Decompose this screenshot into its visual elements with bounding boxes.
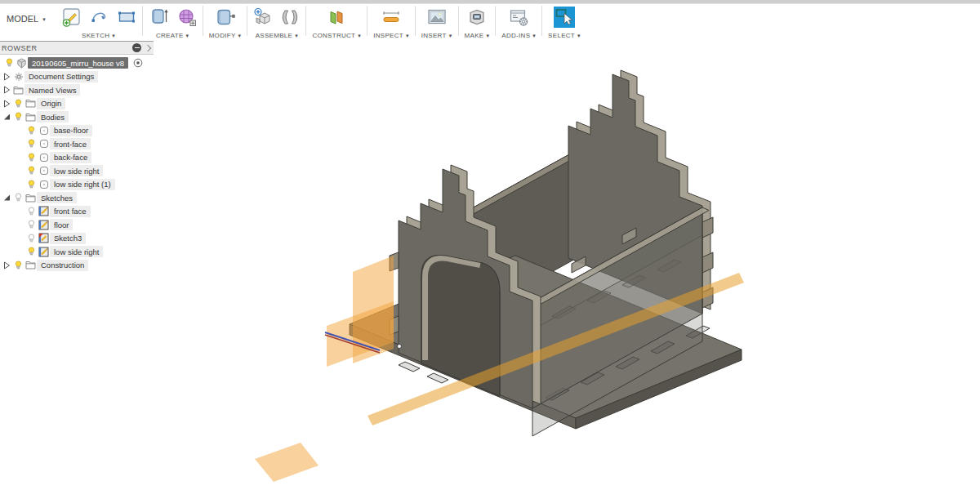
create-form-button[interactable] — [177, 7, 197, 27]
workspace-switcher-label: MODEL — [7, 14, 38, 24]
chevron-down-icon: ▾ — [42, 16, 46, 22]
browser-item-label[interactable]: low side right — [50, 246, 103, 257]
rectangle-button[interactable] — [117, 7, 136, 27]
visibility-bulb-icon[interactable] — [12, 261, 24, 270]
expander-collapsed-icon[interactable] — [2, 261, 12, 270]
sketch-warn-icon — [38, 233, 50, 243]
toolbar-group-make: MAKE▾ — [459, 4, 496, 40]
browser-item-label[interactable]: Document Settings — [24, 71, 98, 82]
browser-item-bodies[interactable]: Bodies — [0, 110, 154, 124]
sketch-icon — [38, 206, 50, 216]
insert-button[interactable] — [426, 7, 448, 28]
scripts-addins-button[interactable] — [508, 7, 529, 28]
visibility-bulb-icon[interactable] — [3, 58, 16, 68]
activate-component-radio-icon[interactable] — [131, 58, 144, 68]
measure-icon — [381, 7, 402, 28]
expander-collapsed-icon[interactable] — [2, 73, 12, 81]
visibility-bulb-icon[interactable] — [25, 247, 38, 256]
browser-item-label[interactable]: Sketch3 — [50, 233, 86, 244]
toolbar-group-add-ins: ADD-INS▾ — [496, 4, 541, 40]
browser-item-label[interactable]: front face — [50, 206, 91, 217]
joint-button[interactable] — [280, 7, 300, 27]
visibility-bulb-icon[interactable] — [25, 220, 38, 229]
expander-expanded-icon[interactable] — [2, 194, 12, 202]
browser-panel-title: ROWSER — [2, 44, 132, 52]
measure-button[interactable] — [381, 7, 402, 28]
press-pull-button[interactable] — [215, 7, 236, 28]
spline-button[interactable] — [90, 7, 109, 27]
browser-item-label[interactable]: 20190605_mirru_house v8 — [28, 57, 128, 69]
chevron-down-icon: ▾ — [449, 33, 452, 38]
browser-item-label[interactable]: floor — [50, 219, 73, 230]
browser-item-label[interactable]: Bodies — [37, 111, 69, 122]
browser-item-named-views[interactable]: Named Views — [0, 83, 154, 97]
construction-plane-button[interactable] — [327, 7, 346, 27]
visibility-bulb-icon[interactable] — [25, 207, 38, 216]
select-button[interactable] — [554, 7, 575, 28]
visibility-bulb-icon[interactable] — [25, 139, 38, 149]
panel-collapse-icon[interactable] — [145, 44, 151, 51]
folder-icon — [24, 194, 37, 203]
browser-item-sketch3[interactable]: Sketch3 — [0, 232, 154, 246]
expander-collapsed-icon[interactable] — [2, 100, 12, 108]
chevron-down-icon: ▾ — [358, 33, 361, 38]
browser-item-back-face[interactable]: back-face — [0, 151, 154, 165]
expander-expanded-icon[interactable] — [2, 113, 12, 121]
browser-item-label[interactable]: base-floor — [50, 125, 92, 136]
browser-item-low-side-right[interactable]: low side right — [0, 245, 154, 259]
new-component-button[interactable] — [253, 7, 273, 27]
visibility-bulb-icon[interactable] — [25, 234, 38, 243]
browser-item-20190605-mirru-house-v8[interactable]: 20190605_mirru_house v8 — [0, 56, 154, 70]
browser-item-front-face[interactable]: front face — [0, 205, 154, 219]
spline-icon — [90, 7, 109, 27]
toolbar-group-inspect: INSPECT▾ — [368, 4, 415, 40]
browser-item-label[interactable]: Construction — [37, 260, 88, 271]
browser-panel-header: ROWSER — [0, 41, 154, 55]
browser-item-low-side-right[interactable]: low side right — [0, 164, 154, 178]
body-icon — [38, 153, 50, 163]
rectangle-icon — [117, 7, 136, 27]
browser-item-front-face[interactable]: front-face — [0, 137, 154, 151]
visibility-bulb-icon[interactable] — [12, 193, 24, 203]
browser-item-label[interactable]: low side right (1) — [50, 179, 115, 190]
main-toolbar: MODEL ▾ SKETCH▾ CREATE▾ MODIFY▾ ASS — [0, 4, 586, 40]
browser-item-label[interactable]: Named Views — [24, 84, 80, 96]
toolbar-group-sketch: SKETCH▾ — [56, 4, 142, 40]
visibility-bulb-icon[interactable] — [25, 126, 38, 136]
create-sketch-button[interactable] — [61, 7, 82, 28]
visibility-bulb-icon[interactable] — [25, 153, 38, 163]
panel-minimize-icon[interactable] — [132, 43, 141, 52]
browser-item-label[interactable]: Sketches — [37, 192, 77, 203]
construction-plane-icon — [327, 7, 346, 27]
visibility-bulb-icon[interactable] — [12, 99, 24, 109]
make-button[interactable] — [467, 7, 487, 27]
browser-item-base-floor[interactable]: base-floor — [0, 124, 154, 138]
extrude-button[interactable] — [149, 7, 170, 28]
folder-icon — [24, 113, 37, 122]
body-icon — [38, 180, 50, 189]
browser-item-construction[interactable]: Construction — [0, 259, 154, 273]
construction-plane-left[interactable] — [255, 256, 394, 482]
browser-item-sketches[interactable]: Sketches — [0, 191, 154, 205]
visibility-bulb-icon[interactable] — [25, 166, 38, 176]
toolbar-group-select: SELECT▾ — [542, 4, 586, 40]
browser-item-label[interactable]: Origin — [37, 98, 65, 109]
chevron-down-icon: ▾ — [486, 33, 489, 38]
chevron-down-icon: ▾ — [577, 33, 581, 38]
sketch-icon — [38, 220, 50, 230]
browser-item-label[interactable]: back-face — [50, 152, 91, 163]
expander-collapsed-icon[interactable] — [2, 86, 12, 94]
browser-item-label[interactable]: low side right — [50, 165, 103, 176]
body-icon — [38, 139, 50, 149]
browser-item-floor[interactable]: floor — [0, 218, 154, 232]
browser-item-origin[interactable]: Origin — [0, 97, 154, 111]
toolbar-group-construct: CONSTRUCT▾ — [306, 4, 367, 40]
press-pull-icon — [215, 7, 236, 28]
workspace-switcher[interactable]: MODEL ▾ — [7, 14, 46, 24]
visibility-bulb-icon[interactable] — [12, 112, 24, 122]
browser-item-low-side-right-1[interactable]: low side right (1) — [0, 178, 154, 192]
toolbar-group-create: CREATE▾ — [143, 4, 203, 40]
browser-item-label[interactable]: front-face — [50, 138, 91, 149]
browser-item-document-settings[interactable]: Document Settings — [0, 70, 154, 84]
visibility-bulb-icon[interactable] — [25, 180, 38, 189]
